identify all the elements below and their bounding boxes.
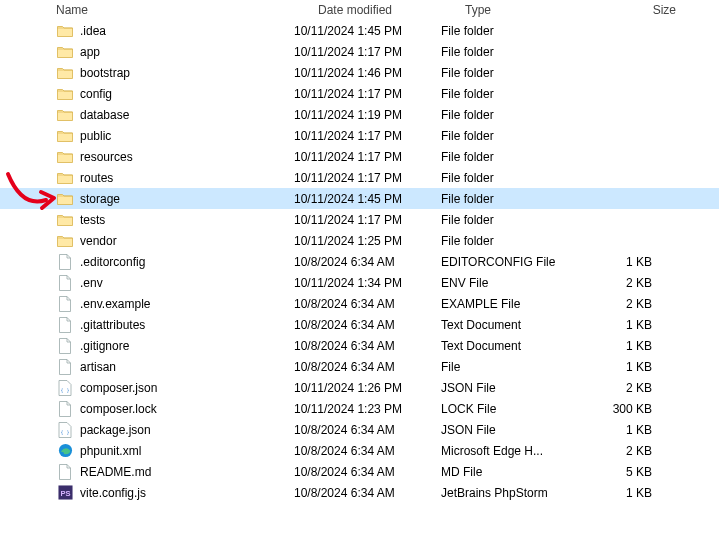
column-header-row: Name Date modified Type Size <box>0 0 719 20</box>
file-row[interactable]: database10/11/2024 1:19 PMFile folder <box>0 104 719 125</box>
file-size: 2 KB <box>592 444 672 458</box>
file-name: .env.example <box>80 297 150 311</box>
file-name: public <box>80 129 111 143</box>
folder-icon <box>56 233 74 249</box>
json-icon: { } <box>56 380 74 396</box>
file-date: 10/8/2024 6:34 AM <box>294 255 441 269</box>
file-date: 10/11/2024 1:17 PM <box>294 150 441 164</box>
folder-icon <box>56 23 74 39</box>
file-name: database <box>80 108 129 122</box>
file-date: 10/11/2024 1:25 PM <box>294 234 441 248</box>
file-type: LOCK File <box>441 402 592 416</box>
folder-icon <box>56 212 74 228</box>
file-name: .gitignore <box>80 339 129 353</box>
file-date: 10/11/2024 1:17 PM <box>294 45 441 59</box>
file-name: resources <box>80 150 133 164</box>
file-row[interactable]: artisan10/8/2024 6:34 AMFile1 KB <box>0 356 719 377</box>
file-date: 10/11/2024 1:45 PM <box>294 24 441 38</box>
file-date: 10/11/2024 1:17 PM <box>294 129 441 143</box>
file-row[interactable]: .idea10/11/2024 1:45 PMFile folder <box>0 20 719 41</box>
file-type: File folder <box>441 234 592 248</box>
file-row[interactable]: .editorconfig10/8/2024 6:34 AMEDITORCONF… <box>0 251 719 272</box>
file-icon <box>56 464 74 480</box>
folder-icon <box>56 65 74 81</box>
file-row[interactable]: tests10/11/2024 1:17 PMFile folder <box>0 209 719 230</box>
file-size: 1 KB <box>592 255 672 269</box>
file-row[interactable]: { }composer.json10/11/2024 1:26 PMJSON F… <box>0 377 719 398</box>
file-row[interactable]: public10/11/2024 1:17 PMFile folder <box>0 125 719 146</box>
file-row[interactable]: storage10/11/2024 1:45 PMFile folder <box>0 188 719 209</box>
folder-icon <box>56 149 74 165</box>
file-date: 10/8/2024 6:34 AM <box>294 318 441 332</box>
file-name: .editorconfig <box>80 255 145 269</box>
file-icon <box>56 338 74 354</box>
svg-text:PS: PS <box>60 489 70 498</box>
folder-icon <box>56 86 74 102</box>
file-type: JSON File <box>441 423 592 437</box>
file-size: 1 KB <box>592 339 672 353</box>
file-size: 2 KB <box>592 276 672 290</box>
file-type: JetBrains PhpStorm <box>441 486 592 500</box>
file-type: Text Document <box>441 318 592 332</box>
file-icon <box>56 254 74 270</box>
file-size: 300 KB <box>592 402 672 416</box>
file-row[interactable]: composer.lock10/11/2024 1:23 PMLOCK File… <box>0 398 719 419</box>
folder-icon <box>56 170 74 186</box>
file-date: 10/8/2024 6:34 AM <box>294 444 441 458</box>
folder-icon <box>56 191 74 207</box>
file-type: File folder <box>441 213 592 227</box>
file-type: Microsoft Edge H... <box>441 444 592 458</box>
file-name: .env <box>80 276 103 290</box>
file-date: 10/11/2024 1:26 PM <box>294 381 441 395</box>
file-row[interactable]: phpunit.xml10/8/2024 6:34 AMMicrosoft Ed… <box>0 440 719 461</box>
column-header-size[interactable]: Size <box>616 3 696 17</box>
file-type: JSON File <box>441 381 592 395</box>
file-type: File folder <box>441 24 592 38</box>
ps-icon: PS <box>56 485 74 501</box>
file-type: File folder <box>441 45 592 59</box>
file-date: 10/11/2024 1:17 PM <box>294 213 441 227</box>
column-header-date[interactable]: Date modified <box>318 3 465 17</box>
file-icon <box>56 317 74 333</box>
file-row[interactable]: README.md10/8/2024 6:34 AMMD File5 KB <box>0 461 719 482</box>
file-row[interactable]: routes10/11/2024 1:17 PMFile folder <box>0 167 719 188</box>
file-row[interactable]: { }package.json10/8/2024 6:34 AMJSON Fil… <box>0 419 719 440</box>
file-row[interactable]: .env10/11/2024 1:34 PMENV File2 KB <box>0 272 719 293</box>
file-type: MD File <box>441 465 592 479</box>
file-list: .idea10/11/2024 1:45 PMFile folderapp10/… <box>0 20 719 503</box>
file-size: 1 KB <box>592 423 672 437</box>
file-row[interactable]: app10/11/2024 1:17 PMFile folder <box>0 41 719 62</box>
file-type: File folder <box>441 66 592 80</box>
file-type: File folder <box>441 129 592 143</box>
file-row[interactable]: vendor10/11/2024 1:25 PMFile folder <box>0 230 719 251</box>
file-type: File folder <box>441 171 592 185</box>
folder-icon <box>56 128 74 144</box>
file-name: vite.config.js <box>80 486 146 500</box>
file-name: phpunit.xml <box>80 444 141 458</box>
file-name: vendor <box>80 234 117 248</box>
column-header-name[interactable]: Name <box>56 3 318 17</box>
file-row[interactable]: .gitignore10/8/2024 6:34 AMText Document… <box>0 335 719 356</box>
file-row[interactable]: .gitattributes10/8/2024 6:34 AMText Docu… <box>0 314 719 335</box>
file-date: 10/8/2024 6:34 AM <box>294 423 441 437</box>
file-name: .idea <box>80 24 106 38</box>
file-row[interactable]: resources10/11/2024 1:17 PMFile folder <box>0 146 719 167</box>
file-type: File folder <box>441 150 592 164</box>
file-row[interactable]: .env.example10/8/2024 6:34 AMEXAMPLE Fil… <box>0 293 719 314</box>
file-row[interactable]: PSvite.config.js10/8/2024 6:34 AMJetBrai… <box>0 482 719 503</box>
file-name: composer.lock <box>80 402 157 416</box>
file-type: File folder <box>441 108 592 122</box>
file-name: tests <box>80 213 105 227</box>
json-icon: { } <box>56 422 74 438</box>
file-name: package.json <box>80 423 151 437</box>
file-row[interactable]: bootstrap10/11/2024 1:46 PMFile folder <box>0 62 719 83</box>
file-name: artisan <box>80 360 116 374</box>
file-size: 2 KB <box>592 297 672 311</box>
file-date: 10/11/2024 1:17 PM <box>294 171 441 185</box>
file-icon <box>56 401 74 417</box>
folder-icon <box>56 107 74 123</box>
file-row[interactable]: config10/11/2024 1:17 PMFile folder <box>0 83 719 104</box>
file-date: 10/11/2024 1:34 PM <box>294 276 441 290</box>
file-date: 10/8/2024 6:34 AM <box>294 465 441 479</box>
column-header-type[interactable]: Type <box>465 3 616 17</box>
